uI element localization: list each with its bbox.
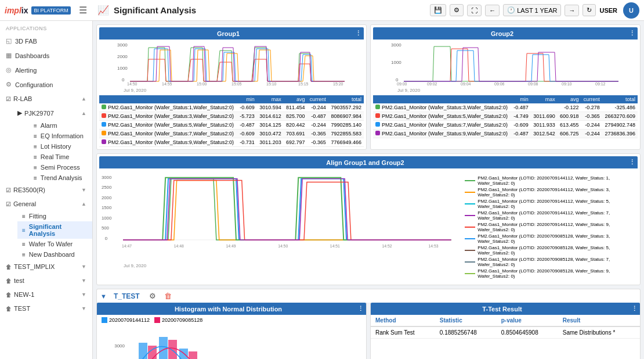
ttest-result-table: Method Statistic p-value Result Rank Sum…	[371, 315, 640, 339]
svg-text:2000: 2000	[117, 54, 128, 59]
g1-cell-avg: 692.797	[284, 138, 307, 147]
sidebar-item-alarm[interactable]: ≡ Alarm	[29, 120, 92, 131]
group2-panel: Group2 ⋮ 3000 1000 0 09:00 09:02 09:0	[370, 24, 641, 150]
legend-item-8: PM2.Gas1_Monitor (LOTID: 20200709085128,…	[465, 268, 634, 279]
refresh-button[interactable]: ↻	[583, 4, 596, 16]
sidebar-item-real-time[interactable]: ≡ Real Time	[29, 152, 92, 162]
list-icon6: ≡	[34, 175, 37, 181]
sidebar-item-3dfab[interactable]: ◱ 3D FAB	[0, 34, 92, 48]
sidebar-group-test-header[interactable]: 🗑 test ▼	[0, 274, 92, 288]
bell-icon: ◎	[6, 66, 12, 74]
g1-cell-total: 7990285.140	[328, 121, 364, 130]
sidebar-item-semi-process[interactable]: ≡ Semi Process	[29, 162, 92, 173]
g1-cell-max: 3014.125	[257, 121, 284, 130]
legend-label-0: PM2.Gas1_Monitor (LOTID: 20200709144112,…	[477, 175, 634, 186]
sidebar-group-rlab: ☑ R-LAB ▲ ▶ PJK29707 ▲ ≡ Alarm ≡	[0, 92, 92, 183]
g1-cell-max: 3010.472	[257, 130, 284, 138]
legend-item-6: PM2.Gas1_Monitor (LOTID: 20200709085128,…	[465, 245, 634, 256]
bi-platform-badge: BI PLATFORM	[31, 6, 70, 15]
legend-color-5	[465, 238, 475, 239]
svg-text:14:47: 14:47	[122, 244, 132, 248]
sidebar-subgroup-pjk29707-header[interactable]: ▶ PJK29707 ▲	[12, 106, 92, 120]
chevron-up-icon: ▲	[81, 96, 86, 102]
save-button[interactable]: 💾	[430, 4, 446, 16]
ttest-result-panel: T-Test Result ⋮ Method Statistic p-value…	[370, 303, 641, 359]
hist-color-2	[154, 317, 160, 323]
table-row: PM2.Gas1_Monitor (Wafer_Status:5,Wafer_S…	[373, 112, 638, 121]
sidebar-item-wafer-to-wafer[interactable]: ≡ Wafer To Wafer	[17, 239, 92, 249]
svg-text:2000: 2000	[102, 195, 112, 200]
chevron-down-ttest[interactable]: ▼	[100, 293, 107, 300]
sidebar-item-fitting[interactable]: ≡ Fitting	[17, 211, 92, 221]
time-range-button[interactable]: 🕐 LAST 1 YEAR	[503, 4, 561, 16]
sidebar-item-significant-analysis[interactable]: ≡ Significant Analysis	[17, 221, 92, 239]
group1-table: min max avg current total PM2.Gas1_Monit…	[99, 95, 364, 147]
general-label: General	[11, 200, 81, 207]
list-icon9: ≡	[22, 241, 26, 247]
user-avatar[interactable]: U	[623, 2, 639, 19]
sidebar-item-configuration[interactable]: ⚙ Configuration	[0, 77, 92, 92]
sidebar-item-dashboards[interactable]: ▦ Dashboards	[0, 48, 92, 63]
trend-analysis-label: Trend Analysis	[41, 174, 82, 181]
group1-menu-icon[interactable]: ⋮	[355, 30, 361, 37]
g2-cell-total: 2794902.748	[602, 121, 638, 130]
settings-button[interactable]: ⚙	[450, 4, 464, 16]
g1-cell-current: -0.365	[307, 138, 328, 147]
group2-menu-icon[interactable]: ⋮	[629, 30, 635, 37]
table-row: PM2.Gas1_Monitor (Wafer_Status:3,Wafer_S…	[373, 103, 638, 112]
ttest-delete-icon[interactable]: 🗑	[164, 292, 172, 300]
sidebar-item-trend-analysis[interactable]: ≡ Trend Analysis	[29, 173, 92, 183]
page-title-area: 📈 Significant Analysis	[97, 5, 430, 16]
table-row: PM2.Gas1_Monitor (Wafer_Status:3,Wafer_S…	[99, 112, 364, 121]
sidebar-item-lot-history[interactable]: ≡ Lot History	[29, 141, 92, 152]
sidebar-group-test-implix-header[interactable]: 🗑 TEST_IMPLIX ▼	[0, 260, 92, 274]
alarm-label: Alarm	[41, 122, 57, 129]
sidebar-item-alerting[interactable]: ◎ Alerting	[0, 63, 92, 77]
result-col-pvalue: p-value	[497, 315, 558, 326]
sidebar-group-test2-header[interactable]: 🗑 TEST ▼	[0, 301, 92, 315]
histogram-svg	[127, 325, 272, 359]
nav-forward-button[interactable]: →	[565, 5, 579, 16]
ttest-result-menu-icon[interactable]: ⋮	[631, 305, 638, 313]
hist-color-1	[102, 317, 107, 323]
legend-color-2	[465, 203, 475, 204]
hist-label-1: 20200709144112	[109, 317, 150, 323]
g1-cell-max: 3010.594	[257, 103, 284, 112]
sidebar-item-eq-info[interactable]: ≡ EQ Information	[29, 131, 92, 141]
svg-text:09:08: 09:08	[528, 82, 538, 85]
hist-y-label-3000: 3000	[102, 344, 125, 349]
sidebar-group-new1-header[interactable]: 🗑 NEW-1 ▼	[0, 288, 92, 301]
legend-label-2: PM2.Gas1_Monitor (LOTID: 20200709144112,…	[477, 199, 634, 209]
new1-label: NEW-1	[12, 291, 81, 298]
legend-color-8	[465, 273, 475, 274]
result-col-statistic: Statistic	[435, 315, 497, 326]
top-header: implix BI PLATFORM ☰ 📈 Significant Analy…	[0, 0, 644, 21]
ttest-settings-icon[interactable]: ⚙	[149, 292, 156, 300]
sidebar-group-general: ☑ General ▲ ≡ Fitting ≡ Significant Anal…	[0, 197, 92, 260]
sidebar-group-general-header[interactable]: ☑ General ▲	[0, 197, 92, 211]
cube-icon: ◱	[6, 37, 12, 45]
legend-item-1: PM2.Gas1_Monitor (LOTID: 20200709144112,…	[465, 187, 634, 198]
histogram-menu-icon[interactable]: ⋮	[357, 305, 364, 313]
sidebar-item-new-dashboard[interactable]: ≡ New Dashboard	[17, 249, 92, 260]
fullscreen-button[interactable]: ⛶	[467, 5, 482, 16]
g1-cell-avg: 703.691	[284, 130, 307, 138]
hamburger-icon[interactable]: ☰	[79, 5, 87, 16]
ttest-result-header: T-Test Result ⋮	[371, 303, 640, 315]
align-chart-header: Align Group1 and Group2 ⋮	[99, 156, 638, 168]
g1-cell-avg: 811.454	[284, 103, 307, 112]
logo-area: implix BI PLATFORM ☰	[5, 5, 97, 16]
nav-back-button[interactable]: ←	[485, 5, 500, 16]
header-actions: 💾 ⚙ ⛶ ← 🕐 LAST 1 YEAR → ↻ USER U	[430, 2, 639, 19]
g2-cell-current: -0.244	[581, 121, 602, 130]
chevron-up3-icon: ▲	[81, 201, 86, 207]
svg-rect-41	[189, 351, 197, 359]
svg-text:14:51: 14:51	[330, 244, 340, 248]
sidebar-group-re3500-header[interactable]: ☑ RE3500(R) ▼	[0, 183, 92, 197]
trash-icon3: 🗑	[6, 292, 12, 298]
align-chart-menu-icon[interactable]: ⋮	[629, 159, 635, 166]
general-items: ≡ Fitting ≡ Significant Analysis ≡ Wafer…	[0, 211, 92, 260]
chevron-down3-icon: ▼	[81, 278, 86, 283]
chevron-right-icon: ▶	[17, 109, 22, 117]
sidebar-group-rlab-header[interactable]: ☑ R-LAB ▲	[0, 92, 92, 106]
